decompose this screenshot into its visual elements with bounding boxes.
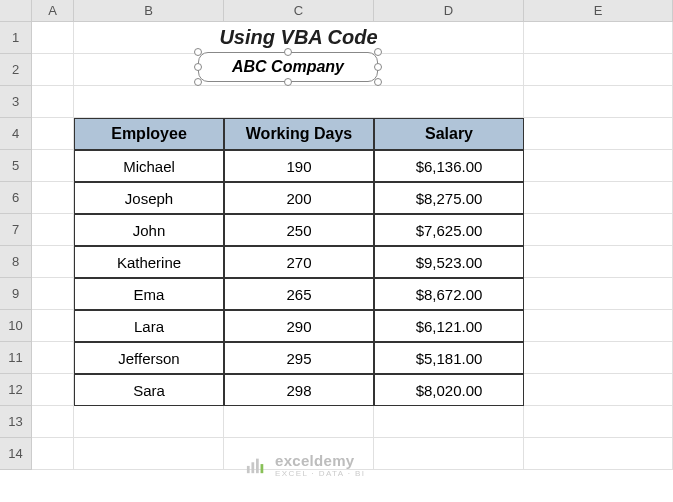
th-working-days[interactable]: Working Days — [224, 118, 374, 150]
row-header-6[interactable]: 6 — [0, 182, 32, 214]
td-sal[interactable]: $8,275.00 — [374, 182, 524, 214]
cell[interactable] — [524, 310, 673, 342]
resize-handle-bot-right[interactable] — [374, 78, 382, 86]
td-emp[interactable]: Lara — [74, 310, 224, 342]
resize-handle-mid-right[interactable] — [374, 63, 382, 71]
td-days[interactable]: 298 — [224, 374, 374, 406]
th-salary[interactable]: Salary — [374, 118, 524, 150]
td-emp[interactable]: Sara — [74, 374, 224, 406]
cell[interactable] — [524, 182, 673, 214]
resize-handle-top-mid[interactable] — [284, 48, 292, 56]
td-sal[interactable]: $8,672.00 — [374, 278, 524, 310]
td-emp[interactable]: Ema — [74, 278, 224, 310]
td-emp[interactable]: Katherine — [74, 246, 224, 278]
row-header-2[interactable]: 2 — [0, 54, 32, 86]
cell[interactable] — [32, 278, 74, 310]
td-sal[interactable]: $8,020.00 — [374, 374, 524, 406]
resize-handle-mid-left[interactable] — [194, 63, 202, 71]
cell[interactable] — [524, 86, 673, 118]
td-days[interactable]: 295 — [224, 342, 374, 374]
row-header-3[interactable]: 3 — [0, 86, 32, 118]
row-header-9[interactable]: 9 — [0, 278, 32, 310]
row-header-13[interactable]: 13 — [0, 406, 32, 438]
cell[interactable] — [524, 214, 673, 246]
cell[interactable] — [374, 406, 524, 438]
cell[interactable] — [32, 182, 74, 214]
col-header-e[interactable]: E — [524, 0, 673, 22]
select-all-corner[interactable] — [0, 0, 32, 22]
row-header-14[interactable]: 14 — [0, 438, 32, 470]
title-cell[interactable]: Using VBA Code — [74, 22, 524, 54]
cell[interactable] — [32, 214, 74, 246]
resize-handle-bot-mid[interactable] — [284, 78, 292, 86]
cell[interactable] — [524, 278, 673, 310]
row-header-11[interactable]: 11 — [0, 342, 32, 374]
col-header-b[interactable]: B — [74, 0, 224, 22]
cell[interactable] — [32, 246, 74, 278]
cell[interactable] — [524, 438, 673, 470]
cell[interactable] — [32, 54, 74, 86]
col-header-d[interactable]: D — [374, 0, 524, 22]
td-sal[interactable]: $6,121.00 — [374, 310, 524, 342]
cell[interactable] — [32, 86, 74, 118]
cell[interactable] — [524, 406, 673, 438]
td-emp[interactable]: John — [74, 214, 224, 246]
td-days[interactable]: 250 — [224, 214, 374, 246]
td-days[interactable]: 265 — [224, 278, 374, 310]
watermark-bars-icon — [245, 455, 267, 475]
td-sal[interactable]: $5,181.00 — [374, 342, 524, 374]
td-emp[interactable]: Jefferson — [74, 342, 224, 374]
svg-rect-1 — [251, 462, 254, 473]
cell[interactable] — [524, 374, 673, 406]
cell[interactable] — [524, 342, 673, 374]
cell[interactable] — [224, 406, 374, 438]
cell[interactable] — [32, 342, 74, 374]
row-header-4[interactable]: 4 — [0, 118, 32, 150]
cell[interactable] — [32, 374, 74, 406]
shape-text: ABC Company — [232, 58, 344, 76]
row-header-5[interactable]: 5 — [0, 150, 32, 182]
cell[interactable] — [74, 86, 524, 118]
svg-rect-3 — [261, 464, 264, 473]
row-header-12[interactable]: 12 — [0, 374, 32, 406]
row-header-1[interactable]: 1 — [0, 22, 32, 54]
td-emp[interactable]: Michael — [74, 150, 224, 182]
svg-rect-0 — [247, 466, 250, 473]
td-days[interactable]: 290 — [224, 310, 374, 342]
col-header-c[interactable]: C — [224, 0, 374, 22]
td-days[interactable]: 190 — [224, 150, 374, 182]
row-header-7[interactable]: 7 — [0, 214, 32, 246]
td-days[interactable]: 270 — [224, 246, 374, 278]
col-header-a[interactable]: A — [32, 0, 74, 22]
resize-handle-bot-left[interactable] — [194, 78, 202, 86]
cell[interactable] — [32, 150, 74, 182]
row-header-8[interactable]: 8 — [0, 246, 32, 278]
cell[interactable] — [524, 118, 673, 150]
cell[interactable] — [32, 310, 74, 342]
td-sal[interactable]: $9,523.00 — [374, 246, 524, 278]
svg-rect-2 — [256, 459, 259, 474]
watermark-tag: EXCEL · DATA · BI — [275, 469, 365, 478]
watermark: exceldemy EXCEL · DATA · BI — [245, 452, 365, 478]
td-sal[interactable]: $6,136.00 — [374, 150, 524, 182]
cell[interactable] — [74, 406, 224, 438]
cell[interactable] — [32, 438, 74, 470]
td-days[interactable]: 200 — [224, 182, 374, 214]
cell[interactable] — [32, 118, 74, 150]
cell[interactable] — [524, 22, 673, 54]
cell[interactable] — [524, 54, 673, 86]
cell[interactable] — [374, 438, 524, 470]
row-header-10[interactable]: 10 — [0, 310, 32, 342]
resize-handle-top-left[interactable] — [194, 48, 202, 56]
resize-handle-top-right[interactable] — [374, 48, 382, 56]
td-emp[interactable]: Joseph — [74, 182, 224, 214]
cell[interactable] — [74, 438, 224, 470]
selected-shape-abc-company[interactable]: ABC Company — [198, 52, 378, 82]
cell[interactable] — [32, 22, 74, 54]
td-sal[interactable]: $7,625.00 — [374, 214, 524, 246]
watermark-brand: exceldemy — [275, 452, 354, 469]
cell[interactable] — [524, 150, 673, 182]
cell[interactable] — [524, 246, 673, 278]
cell[interactable] — [32, 406, 74, 438]
th-employee[interactable]: Employee — [74, 118, 224, 150]
